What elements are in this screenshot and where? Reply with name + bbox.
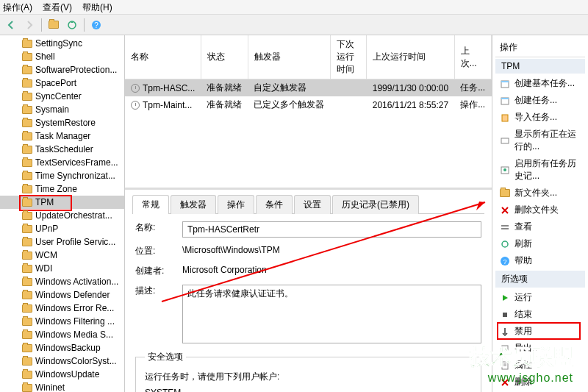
folder-icon — [22, 265, 32, 273]
menu-view[interactable]: 查看(V) — [43, 1, 72, 13]
general-form: 名称: 位置: \Microsoft\Windows\TPM 创建者: Micr… — [132, 214, 484, 392]
svg-marker-16 — [503, 295, 508, 301]
tab-actions[interactable]: 操作 — [218, 195, 254, 214]
tree-item-label: WindowsUpdate — [35, 369, 99, 379]
tree-item-tpm[interactable]: TPM — [0, 196, 124, 209]
svg-rect-17 — [503, 313, 507, 317]
tree-item-userprofileservic[interactable]: User Profile Servic... — [0, 235, 124, 249]
tab-conditions[interactable]: 条件 — [256, 195, 293, 214]
action-查看[interactable]: 查看 — [495, 218, 585, 235]
task-icon — [131, 101, 140, 110]
tree-item-windowsbackup[interactable]: WindowsBackup — [0, 341, 124, 354]
folder-icon — [22, 146, 32, 154]
col-next[interactable]: 下次运行时间 — [330, 35, 366, 79]
tab-settings[interactable]: 设置 — [294, 195, 331, 214]
tree-item-systemrestore[interactable]: SystemRestore — [0, 116, 124, 129]
action-label: 删除文件夹 — [514, 204, 559, 216]
tree-item-windowsfiltering[interactable]: Windows Filtering ... — [0, 315, 124, 328]
task-row[interactable]: Tpm-Maint...准备就绪已定义多个触发器2016/11/21 8:55:… — [125, 96, 492, 113]
tree-item-windowserrorre[interactable]: Windows Error Re... — [0, 302, 124, 315]
tree-item-label: TPM — [35, 197, 54, 207]
tree-item-softwareprotection[interactable]: SoftwareProtection... — [0, 63, 124, 76]
svg-rect-8 — [501, 138, 509, 143]
view-icon — [500, 222, 510, 232]
tree-item-windowsupdate[interactable]: WindowsUpdate — [0, 368, 124, 381]
toolbar-folder[interactable] — [46, 17, 62, 33]
tree-item-wdi[interactable]: WDI — [0, 262, 124, 275]
action-帮助[interactable]: ?帮助 — [495, 252, 585, 269]
tree-item-sysmain[interactable]: Sysmain — [0, 103, 124, 116]
action-导入任务[interactable]: 导入任务... — [495, 109, 585, 126]
folder-icon — [22, 384, 32, 392]
folder-icon — [22, 238, 32, 246]
toolbar-refresh[interactable] — [64, 17, 80, 33]
help-icon: ? — [500, 256, 510, 266]
folder-icon — [22, 291, 32, 299]
action-结束[interactable]: 结束 — [495, 306, 585, 323]
tree-item-label: UPnP — [35, 224, 58, 234]
menu-action[interactable]: 操作(A) — [3, 1, 32, 13]
tree-item-shell[interactable]: Shell — [0, 50, 124, 63]
action-label: 查看 — [514, 221, 532, 233]
tree-item-spaceport[interactable]: SpacePort — [0, 76, 124, 90]
col-status[interactable]: 状态 — [201, 35, 248, 79]
watermark-text2: www.jsgho.net — [470, 371, 573, 385]
desc-field[interactable] — [182, 285, 481, 343]
svg-rect-6 — [501, 98, 509, 99]
tree-item-label: Windows Activation... — [35, 277, 118, 287]
action-禁用[interactable]: 禁用 — [495, 323, 585, 340]
tree-item-updateorchestrat[interactable]: UpdateOrchestrat... — [0, 209, 124, 222]
task-row[interactable]: Tpm-HASC...准备就绪自定义触发器1999/11/30 0:00:00任… — [125, 79, 492, 97]
tree-item-timezone[interactable]: Time Zone — [0, 182, 124, 196]
tree-item-taskmanager[interactable]: Task Manager — [0, 129, 124, 143]
col-lastresult[interactable]: 上次... — [454, 35, 491, 79]
tree-item-timesynchronizat[interactable]: Time Synchronizat... — [0, 169, 124, 182]
delete-icon — [500, 205, 510, 215]
tree-item-wininet[interactable]: Wininet — [0, 381, 124, 392]
action-创建任务[interactable]: 创建任务... — [495, 92, 585, 109]
col-last[interactable]: 上次运行时间 — [367, 35, 454, 79]
location-value: \Microsoft\Windows\TPM — [182, 245, 280, 255]
tab-general[interactable]: 常规 — [132, 195, 169, 214]
tree-item-textservicesframe[interactable]: TextServicesFrame... — [0, 156, 124, 169]
tree-item-upnp[interactable]: UPnP — [0, 222, 124, 235]
tree-item-label: TaskScheduler — [35, 144, 93, 154]
folder-icon — [22, 185, 32, 193]
tree-item-wcm[interactable]: WCM — [0, 249, 124, 262]
action-刷新[interactable]: 刷新 — [495, 235, 585, 252]
back-button[interactable] — [3, 17, 19, 33]
tree-item-windowsdefender[interactable]: Windows Defender — [0, 288, 124, 302]
menu-help[interactable]: 帮助(H) — [82, 1, 112, 13]
action-启用所有任务历史记[interactable]: 启用所有任务历史记... — [495, 155, 585, 185]
toolbar-help[interactable]: ? — [88, 17, 104, 33]
import-icon — [500, 113, 510, 123]
show-icon — [500, 135, 510, 146]
action-新文件夹[interactable]: 新文件夹... — [495, 185, 585, 202]
tab-triggers[interactable]: 触发器 — [171, 195, 216, 214]
action-运行[interactable]: 运行 — [495, 289, 585, 306]
folder-icon — [22, 93, 32, 101]
end-icon — [500, 310, 510, 320]
action-删除文件夹[interactable]: 删除文件夹 — [495, 202, 585, 218]
name-field[interactable] — [182, 221, 481, 238]
task-list[interactable]: 名称 状态 触发器 下次运行时间 上次运行时间 上次... Tpm-HASC..… — [125, 35, 492, 190]
action-创建基本任务[interactable]: 创建基本任务... — [495, 75, 585, 92]
tree-item-windowsmedias[interactable]: Windows Media S... — [0, 328, 124, 341]
tab-history[interactable]: 历史记录(已禁用) — [332, 195, 419, 214]
forward-button[interactable] — [21, 17, 37, 33]
tree-item-windowsactivation[interactable]: Windows Activation... — [0, 275, 124, 288]
tree-item-windowscolorsyst[interactable]: WindowsColorSyst... — [0, 354, 124, 368]
tree-item-label: WCM — [35, 250, 57, 260]
tree-item-synccenter[interactable]: SyncCenter — [0, 90, 124, 103]
tree-item-taskscheduler[interactable]: TaskScheduler — [0, 143, 124, 156]
folder-icon — [22, 344, 32, 352]
tree-view[interactable]: SettingSyncShellSoftwareProtection...Spa… — [0, 35, 125, 392]
folder-icon — [22, 278, 32, 286]
tree-item-settingsync[interactable]: SettingSync — [0, 37, 124, 50]
security-user: SYSTEM — [145, 388, 472, 392]
col-triggers[interactable]: 触发器 — [248, 35, 330, 79]
col-name[interactable]: 名称 — [125, 35, 201, 79]
action-显示所有正在运行的[interactable]: 显示所有正在运行的... — [495, 126, 585, 155]
separator — [41, 18, 42, 32]
actions-section-selected: 所选项 — [495, 271, 585, 288]
